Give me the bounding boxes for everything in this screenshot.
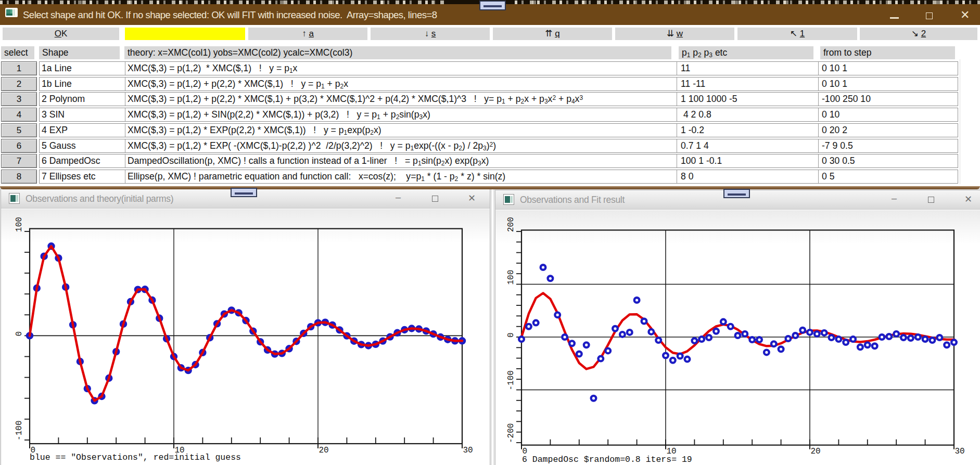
svg-text:100: 100 (15, 217, 24, 232)
svg-text:100: 100 (506, 270, 516, 285)
svg-text:-200: -200 (506, 423, 516, 443)
svg-text:20: 20 (319, 446, 329, 455)
svg-text:0: 0 (506, 332, 516, 338)
svg-text:30: 30 (463, 446, 473, 455)
svg-text:30: 30 (955, 447, 965, 456)
svg-text:0: 0 (15, 331, 24, 337)
svg-text:-100: -100 (15, 420, 24, 440)
svg-text:200: 200 (506, 217, 516, 232)
svg-text:blue == "Observations", red=in: blue == "Observations", red=initial gues… (30, 453, 241, 462)
svg-text:6 DampedOsc $random=0.8 iters=: 6 DampedOsc $random=0.8 iters= 19 (522, 455, 692, 464)
svg-text:-100: -100 (506, 370, 516, 390)
svg-text:20: 20 (811, 447, 821, 456)
